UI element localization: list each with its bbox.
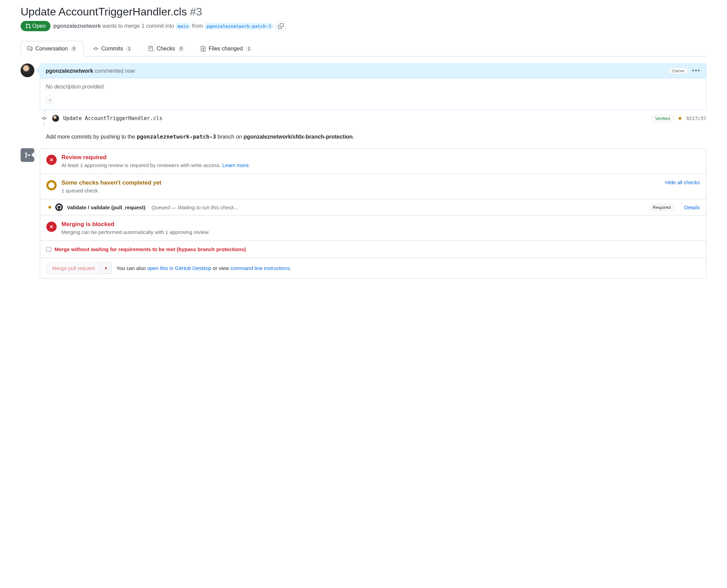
review-required-sub: At least 1 approving review is required … [61,162,700,168]
learn-more-link[interactable]: Learn more. [222,162,250,168]
file-diff-icon [200,46,206,51]
status-pending-icon [48,206,51,209]
state-label: Open [32,23,46,29]
merge-alt-text: You can also open this in GitHub Desktop… [116,265,291,271]
checks-incomplete-section: Some checks haven't completed yet 1 queu… [40,174,706,199]
pr-meta-row: Open pgonzaleznetwork wants to merge 1 c… [21,21,706,31]
tab-commits-count: 1 [126,45,132,52]
check-status: Queued — Waiting to run this check... [151,204,238,210]
merge-pull-request-button[interactable]: Merge pull request [46,262,101,274]
avatar[interactable] [21,63,34,77]
comment-box: pgonzaleznetwork commented now Owner •••… [40,63,706,110]
checks-incomplete-title: Some checks haven't completed yet [61,179,660,186]
bypass-label[interactable]: Merge without waiting for requirements t… [55,246,246,252]
check-details-link[interactable]: Details [684,204,700,210]
merging-blocked-sub: Merging can be performed automatically w… [61,229,700,235]
review-required-title: Review required [61,154,700,161]
bypass-protections-row: Merge without waiting for requirements t… [40,241,706,258]
tab-commits[interactable]: Commits 1 [86,41,139,56]
required-badge: Required [649,204,674,211]
checks-incomplete-sub: 1 queued check [61,188,660,193]
pr-author[interactable]: pgonzaleznetwork [53,23,101,29]
merging-blocked-section: ✕ Merging is blocked Merging can be perf… [40,215,706,241]
hide-all-checks-link[interactable]: Hide all checks [665,179,700,185]
status-pending-icon[interactable] [679,117,681,120]
copy-branch-button[interactable] [276,21,286,31]
push-hint-text: Add more commits by pushing to the pgonz… [46,133,706,141]
pr-state-badge: Open [21,21,50,31]
open-github-desktop-link[interactable]: open this in GitHub Desktop [147,265,211,271]
tab-files-changed[interactable]: Files changed 1 [194,41,259,56]
tab-conversation[interactable]: Conversation 0 [21,41,84,56]
bypass-checkbox[interactable] [46,247,51,252]
smiley-icon: ☺ [48,97,53,103]
commit-timeline-item: Update AccountTriggerHandler.cls Verifie… [41,114,706,122]
base-branch-label[interactable]: main [176,23,191,30]
comment-discussion-icon [27,46,33,51]
add-reaction-button[interactable]: ☺ [46,95,55,104]
check-item-row: Validate / validate (pull_request) Queue… [40,199,706,215]
tab-checks-count: 0 [178,45,185,52]
git-pull-request-icon [25,23,31,29]
tab-files-count: 1 [245,45,252,52]
review-required-section: ✕ Review required At least 1 approving r… [40,149,706,174]
x-circle-icon: ✕ [46,155,57,165]
head-branch-label[interactable]: pgonzaleznetwork-patch-3 [205,23,273,30]
merge-panel: ✕ Review required At least 1 approving r… [40,148,706,279]
commit-sha[interactable]: 9217c57 [686,116,706,121]
merging-blocked-title: Merging is blocked [61,221,700,228]
pr-number: #3 [190,5,202,18]
x-circle-icon: ✕ [46,222,57,232]
git-commit-icon [93,46,99,51]
tab-checks[interactable]: Checks 0 [142,41,191,56]
check-name[interactable]: Validate / validate (pull_request) [67,204,145,210]
comment-header: pgonzaleznetwork commented now Owner ••• [40,64,706,78]
pr-tabs: Conversation 0 Commits 1 Checks 0 Files … [21,41,706,57]
copy-icon [278,23,284,29]
owner-badge: Owner [669,68,688,74]
commit-message[interactable]: Update AccountTriggerHandler.cls [63,115,162,121]
avatar[interactable] [52,115,59,122]
comment-time[interactable]: commented now [95,68,135,74]
checklist-icon [148,46,154,51]
command-line-instructions-link[interactable]: command line instructions [230,265,290,271]
git-commit-icon [42,116,47,121]
comment-body-text: No description provided. [46,84,701,90]
kebab-menu-icon[interactable]: ••• [692,67,701,74]
verified-badge[interactable]: Verified [651,115,674,122]
merge-status-icon-box [21,148,34,162]
pr-meta-text: pgonzaleznetwork wants to merge 1 commit… [53,23,273,30]
git-merge-icon [24,152,31,158]
comment-author[interactable]: pgonzaleznetwork [46,68,93,74]
github-actions-icon [55,203,63,211]
pr-title: Update AccountTriggerHandler.cls #3 [21,5,706,18]
merge-options-dropdown[interactable]: ▼ [101,262,112,274]
pending-circle-icon [46,180,57,190]
pr-title-text: Update AccountTriggerHandler.cls [21,5,187,18]
merge-action-row: Merge pull request ▼ You can also open t… [40,258,706,278]
tab-conversation-count: 0 [70,45,77,52]
